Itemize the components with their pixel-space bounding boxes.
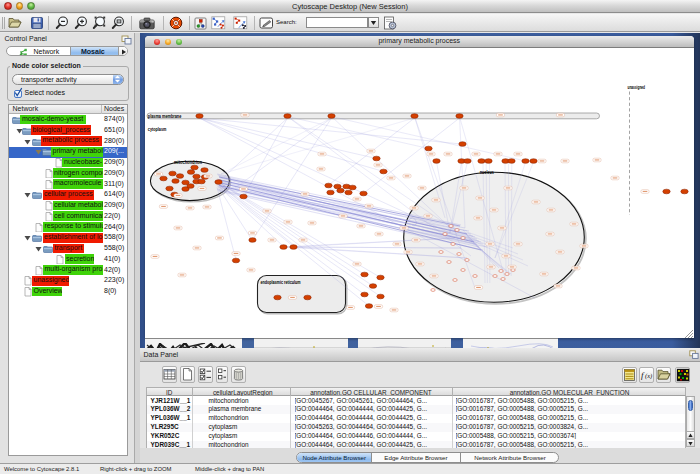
svg-text:unassigned: unassigned [627, 83, 645, 89]
svg-text:cytoplasm: cytoplasm [147, 126, 166, 132]
svg-text:endoplasmic reticulum: endoplasmic reticulum [260, 278, 300, 284]
svg-text:plasma membrane: plasma membrane [147, 112, 181, 118]
svg-text:nucleus: nucleus [479, 168, 493, 174]
svg-text:(x): (x) [645, 372, 652, 380]
svg-text:mitochondrion: mitochondrion [174, 159, 202, 165]
